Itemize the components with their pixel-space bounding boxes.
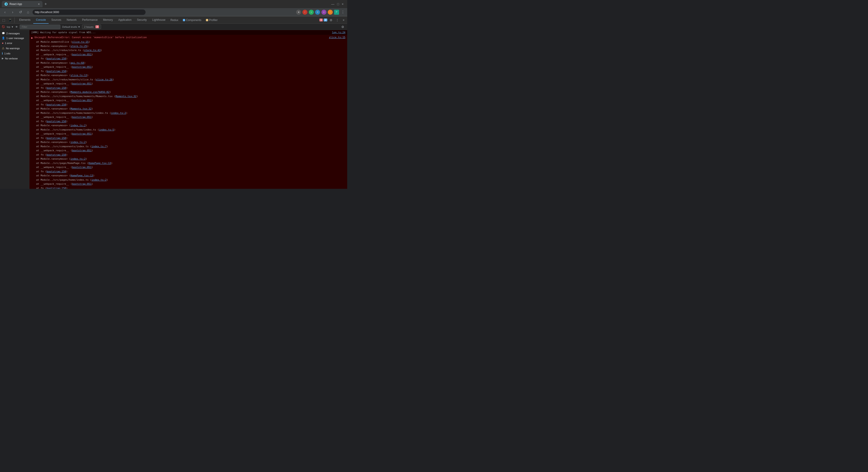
tab-sources[interactable]: Sources — [49, 16, 64, 24]
stack-link-6[interactable]: api.ts:68 — [70, 61, 84, 64]
stack-line-7: at __webpack_require__ (bootstrap:851) — [31, 65, 345, 69]
stack-link-24[interactable]: bootstrap:150 — [46, 137, 66, 140]
tab-memory[interactable]: Memory — [100, 16, 116, 24]
stack-link-28[interactable]: bootstrap:150 — [46, 153, 66, 156]
stack-link-20[interactable]: bootstrap:150 — [46, 120, 66, 123]
stack-line-28: at fn (bootstrap:150) — [31, 153, 345, 157]
stack-link-4[interactable]: bootstrap:851 — [72, 53, 92, 56]
stack-link-18[interactable]: index.ts:2 — [111, 111, 126, 114]
clear-console-button[interactable]: 🚫 — [2, 25, 5, 28]
stack-link-1[interactable]: slice.ts:15 — [72, 40, 89, 43]
stack-link-33[interactable]: HomePage.tsx:13 — [70, 174, 93, 177]
stack-link-3[interactable]: store.ts:43 — [84, 49, 101, 52]
tab-application[interactable]: Application — [116, 16, 134, 24]
stack-link-21[interactable]: index.ts:2 — [70, 124, 86, 127]
stack-link-2[interactable]: store.ts:25 — [70, 45, 87, 48]
stack-link-9[interactable]: slice.ts:13 — [70, 74, 87, 77]
user-msg-icon: 👤 — [2, 37, 5, 39]
tab-security[interactable]: Security — [134, 16, 149, 24]
stack-link-10[interactable]: slice.ts:26 — [96, 78, 113, 81]
console-settings-button[interactable]: ⚙ — [340, 24, 345, 30]
ext-icon-5[interactable]: r — [328, 10, 333, 15]
stack-line-25: at Module.<anonymous> (index.ts:2) — [31, 140, 345, 144]
close-window-button[interactable]: × — [342, 2, 344, 6]
tab-performance[interactable]: Performance — [79, 16, 100, 24]
minimize-button[interactable]: — — [331, 2, 334, 6]
console-output[interactable]: [HMR] Waiting for update signal from WDS… — [29, 30, 347, 189]
ext-icon-3[interactable]: d — [315, 10, 320, 15]
window-controls: — □ × — [331, 2, 345, 6]
default-levels-selector[interactable]: Default levels ▼ — [62, 26, 80, 28]
profile-icon[interactable]: P — [334, 10, 339, 15]
stack-link-14[interactable]: Moments.tsx:32 — [116, 95, 136, 98]
forward-button[interactable]: › — [9, 9, 16, 15]
verbose-icon: ▶ — [2, 57, 4, 60]
error-source-link[interactable]: slice.ts:15 — [329, 36, 345, 39]
tab-elements[interactable]: Elements — [17, 16, 33, 24]
browser-tab[interactable]: ⚛ React App × — [2, 1, 42, 7]
ext-icon-4[interactable]: e — [321, 10, 327, 15]
tab-close-btn[interactable]: × — [38, 2, 40, 6]
ext-icon-1[interactable]: r — [303, 10, 307, 15]
stack-line-17: at Module.<anonymous> (Moments.tsx:32) — [31, 107, 345, 111]
sidebar-item-info[interactable]: ℹ 1 info — [0, 51, 29, 56]
tab-components[interactable]: Components — [181, 16, 204, 24]
warn-badge: 2 — [324, 19, 327, 22]
devtools-more-button[interactable]: ⋮ — [335, 18, 340, 23]
sidebar-item-messages[interactable]: 💬 2 messages — [0, 31, 29, 36]
stack-link-36[interactable]: bootstrap:150 — [46, 187, 66, 189]
eye-filter-button[interactable]: 👁 — [16, 26, 18, 28]
stack-line-8: at fn (bootstrap:150) — [31, 69, 345, 74]
stack-link-13[interactable]: Moments.module.css?b856:82 — [70, 91, 110, 94]
hmr-log-link[interactable]: log.js:24 — [332, 31, 345, 34]
sidebar-item-warnings[interactable]: ⚠ No warnings — [0, 46, 29, 51]
top-context-selector[interactable]: top ▼ — [7, 26, 13, 28]
stack-link-27[interactable]: bootstrap:851 — [72, 149, 92, 152]
stack-link-15[interactable]: bootstrap:851 — [72, 99, 92, 102]
address-bar[interactable]: http://localhost:3000 — [33, 9, 146, 15]
stack-link-17[interactable]: Moments.tsx:32 — [70, 107, 92, 110]
issues-badge[interactable]: 2 Issues: 2 — [82, 25, 101, 29]
stack-link-7[interactable]: bootstrap:851 — [72, 66, 92, 68]
sidebar-item-errors[interactable]: ● 1 error — [0, 40, 29, 46]
stack-link-22[interactable]: index.ts:5 — [99, 128, 114, 131]
stack-line-23: at __webpack_require__ (bootstrap:851) — [31, 132, 345, 136]
tab-lighthouse[interactable]: Lighthouse — [149, 16, 168, 24]
tab-profiler[interactable]: Profiler — [204, 16, 220, 24]
stack-link-16[interactable]: bootstrap:150 — [46, 103, 66, 106]
stack-link-34[interactable]: index.ts:2 — [92, 178, 106, 181]
stack-link-5[interactable]: bootstrap:150 — [46, 57, 66, 60]
new-tab-button[interactable]: + — [42, 1, 49, 7]
maximize-button[interactable]: □ — [337, 2, 339, 6]
stack-link-29[interactable]: index.ts:2 — [70, 158, 86, 160]
refresh-button[interactable]: ↺ — [17, 9, 24, 15]
stack-link-23[interactable]: bootstrap:851 — [72, 132, 92, 135]
tab-redux[interactable]: Redux — [168, 16, 181, 24]
device-toggle-button[interactable]: 📱 — [7, 18, 13, 23]
ext-bookmark-icon[interactable]: ★ — [296, 10, 301, 15]
home-button[interactable]: ⌂ — [25, 9, 31, 15]
stack-link-19[interactable]: bootstrap:851 — [72, 115, 92, 119]
menu-icon[interactable]: ⋮ — [340, 10, 345, 15]
devtools-close-button[interactable]: × — [341, 18, 346, 23]
stack-link-35[interactable]: bootstrap:851 — [72, 182, 92, 186]
tab-network[interactable]: Network — [64, 16, 79, 24]
back-button[interactable]: ‹ — [2, 9, 8, 15]
console-filter-input[interactable] — [20, 25, 60, 29]
stack-link-31[interactable]: bootstrap:851 — [72, 166, 92, 169]
sidebar-item-verbose[interactable]: ▶ No verbose — [0, 56, 29, 61]
stack-link-12[interactable]: bootstrap:150 — [46, 87, 66, 90]
stack-link-11[interactable]: bootstrap:851 — [72, 82, 92, 85]
ext-icon-2[interactable]: v — [309, 10, 314, 15]
devtools-right-icons: 1 2 ⚙ ⋮ × — [319, 18, 346, 23]
stack-link-26[interactable]: index.ts:7 — [92, 145, 106, 148]
tab-console[interactable]: Console — [33, 16, 49, 24]
devtools-settings-button[interactable]: ⚙ — [328, 18, 334, 23]
stack-line-10: at Module../src/redux/moments/slice.ts (… — [31, 78, 345, 82]
stack-link-32[interactable]: bootstrap:150 — [46, 170, 66, 173]
inspect-element-button[interactable]: ⬚ — [1, 18, 6, 23]
stack-link-30[interactable]: HomePage.tsx:13 — [89, 162, 111, 165]
stack-link-25[interactable]: index.ts:2 — [70, 141, 86, 144]
stack-link-8[interactable]: bootstrap:150 — [46, 70, 66, 73]
sidebar-item-user-messages[interactable]: 👤 1 user message — [0, 36, 29, 40]
